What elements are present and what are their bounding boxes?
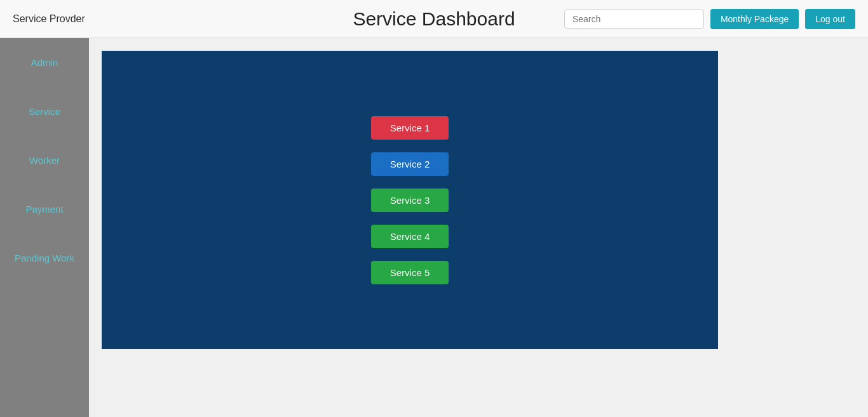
service-2-button[interactable]: Service 2 [371, 152, 449, 176]
service-5-button[interactable]: Service 5 [371, 261, 449, 284]
sidebar-item-label: Admin [31, 57, 58, 68]
service-1-button[interactable]: Service 1 [371, 116, 449, 140]
sidebar-item-label: Panding Work [15, 253, 74, 263]
service-3-button[interactable]: Service 3 [371, 189, 449, 212]
sidebar-item-label: Worker [29, 155, 60, 166]
header: Service Provder Service Dashboard Monthl… [0, 0, 868, 38]
search-input[interactable] [564, 10, 704, 29]
content-area: Service 1 Service 2 Service 3 Service 4 … [89, 38, 868, 417]
sidebar-item-label: Service [29, 106, 60, 117]
sidebar-item-pending-work[interactable]: Panding Work [0, 234, 89, 282]
dashboard-panel: Service 1 Service 2 Service 3 Service 4 … [102, 51, 718, 349]
sidebar-item-admin[interactable]: Admin [0, 38, 89, 87]
main-layout: Admin Service Worker Payment Panding Wor… [0, 38, 868, 417]
monthly-package-button[interactable]: Monthly Packege [710, 9, 799, 29]
sidebar-item-service[interactable]: Service [0, 87, 89, 136]
logout-button[interactable]: Log out [805, 9, 855, 29]
header-actions: Monthly Packege Log out [564, 9, 855, 29]
sidebar-item-label: Payment [25, 204, 63, 215]
sidebar-item-worker[interactable]: Worker [0, 136, 89, 185]
page-title: Service Dashboard [353, 8, 515, 30]
sidebar: Admin Service Worker Payment Panding Wor… [0, 38, 89, 417]
sidebar-item-payment[interactable]: Payment [0, 185, 89, 234]
service-4-button[interactable]: Service 4 [371, 225, 449, 248]
brand-label: Service Provder [13, 13, 85, 25]
